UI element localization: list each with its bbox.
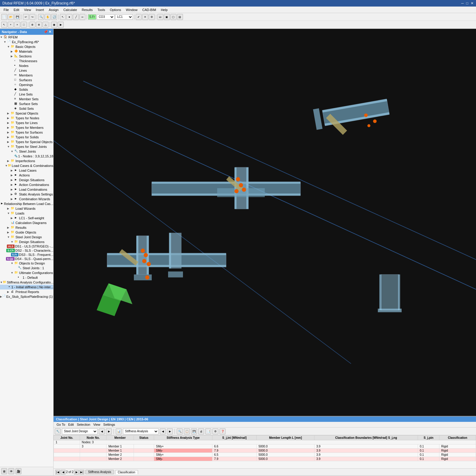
tree-item-typesfornodes[interactable]: ▶ 📁 Types for Nodes: [0, 116, 53, 120]
bp-combo-2[interactable]: Stiffness Analysis: [123, 428, 159, 434]
load-combo-2[interactable]: LC1: [115, 14, 133, 20]
tree-item-typesforsurfaces[interactable]: ▶ 📁 Types for Surfaces: [0, 130, 53, 135]
tree-item-steeljoints[interactable]: ▼ 🔧 Steel Joints: [0, 149, 53, 154]
nav-pin-button[interactable]: 📌: [43, 30, 48, 34]
menu-view[interactable]: View: [22, 8, 34, 12]
bp-icon2[interactable]: 📊: [116, 428, 122, 434]
tree-item-materials[interactable]: ▶ 🔶 Materials: [0, 49, 53, 54]
open-button[interactable]: 📂: [8, 14, 14, 20]
tree-item-members[interactable]: ═ Members: [0, 73, 53, 78]
tree-item-staticsettings[interactable]: ▶ ⚙ Static Analysis Settings: [0, 192, 53, 197]
tb2-btn8[interactable]: ◉: [51, 22, 57, 28]
tree-item-surfacesets[interactable]: ▦ Surface Sets: [0, 101, 53, 106]
tree-item-solidsets[interactable]: ◈ Solid Sets: [0, 106, 53, 111]
bp-tb-btn6[interactable]: ⚙: [212, 428, 218, 434]
bp-prev-button[interactable]: ◀: [99, 428, 105, 434]
tree-item-linesets[interactable]: ╱ Line Sets: [0, 92, 53, 97]
tree-item-ds2[interactable]: S.Ch DS2 - SLS - Characteris...: [0, 248, 53, 253]
settings-button[interactable]: ⚙: [149, 14, 155, 20]
viewfront-button[interactable]: ▣: [164, 14, 170, 20]
tree-item-lc1self[interactable]: ▶ ► LC1 - Self-weight: [0, 216, 53, 220]
bp-menu-settings[interactable]: Settings: [102, 422, 116, 427]
tree-item-file2[interactable]: ▶ 📄 Ex_Stub_SplicePlateBracing (1) (2).r…: [0, 294, 53, 299]
page-first-button[interactable]: |◀: [55, 470, 60, 475]
tree-item-default[interactable]: • 1 - Default: [0, 275, 53, 280]
tree-item-ds3[interactable]: S.Fr DS3 - SLS - Frequent...: [0, 253, 53, 257]
tb2-btn4[interactable]: □: [21, 22, 27, 28]
new-button[interactable]: 📄: [1, 14, 7, 20]
tree-item-combwiz[interactable]: ▶ ► Combination Wizards: [0, 197, 53, 201]
maximize-button[interactable]: □: [466, 1, 468, 5]
tree-item-openings[interactable]: ○ Openings: [0, 82, 53, 87]
bp-prev2-button[interactable]: ◀: [160, 428, 166, 434]
nav-bottom-cam[interactable]: 🎥: [15, 468, 21, 474]
tb2-btn1[interactable]: ↖: [1, 22, 7, 28]
tree-item-actions[interactable]: ▶ ► Actions: [0, 173, 53, 178]
tree-item-loadwiz[interactable]: ▶ 📁 Load Wizards: [0, 206, 53, 211]
menu-assign[interactable]: Assign: [46, 8, 61, 12]
tree-item-loadcomb[interactable]: ▶ ► Load Combinations: [0, 187, 53, 192]
tb2-btn9[interactable]: ▶: [58, 22, 64, 28]
menu-window[interactable]: Window: [123, 8, 140, 12]
tree-item-initialstiff[interactable]: • 1 - Initial stiffness | No inter...: [0, 285, 53, 289]
bp-tb-btn4[interactable]: 🖨: [198, 428, 204, 434]
tree-item-typesforlines[interactable]: ▶ 📁 Types for Lines: [0, 120, 53, 125]
menu-cadbim[interactable]: CAD-BIM: [140, 8, 158, 12]
bp-tb-btn2[interactable]: 📋: [184, 428, 190, 434]
bp-next-button[interactable]: ▶: [106, 428, 112, 434]
page-last-button[interactable]: ▶|: [79, 470, 84, 475]
node-button[interactable]: ●: [66, 14, 72, 20]
viewside-button[interactable]: ▢: [170, 14, 176, 20]
tree-item-ds4[interactable]: S.Qp DS4 - SLS - Quasi-perm...: [0, 257, 53, 261]
load-combo-1[interactable]: CO3: [97, 14, 115, 20]
results-off-button[interactable]: ✕: [142, 14, 148, 20]
tree-item-typesforspecial[interactable]: ▶ 📁 Types for Special Objects: [0, 140, 53, 144]
undo-button[interactable]: ↩: [23, 14, 29, 20]
bp-tb-btn1[interactable]: 🔍: [177, 428, 183, 434]
tree-item-file[interactable]: ▼ 📄 Ex_FlyBracing.rf6*: [0, 40, 53, 44]
tree-item-loads[interactable]: ▼ 📁 Loads: [0, 211, 53, 216]
tree-item-nodes[interactable]: • Nodes: [0, 63, 53, 68]
tree-item-surfaces[interactable]: □ Surfaces: [0, 78, 53, 82]
bp-tb-btn5[interactable]: 📑: [205, 428, 211, 434]
tree-item-sections[interactable]: ▶ 📐 Sections: [0, 54, 53, 59]
results-on-button[interactable]: ✔: [136, 14, 142, 20]
menu-options[interactable]: Options: [107, 8, 123, 12]
tree-item-typesformembers[interactable]: ▶ 📁 Types for Members: [0, 125, 53, 130]
member-button[interactable]: ═: [79, 14, 85, 20]
tab-classification[interactable]: Classification: [115, 470, 138, 474]
bp-tb-btn3[interactable]: 💾: [191, 428, 197, 434]
bp-menu-goto[interactable]: Go To: [55, 422, 66, 427]
tree-item-calcdiag[interactable]: 📊 Calculation Diagrams: [0, 220, 53, 225]
tree-item-typesforsolids[interactable]: ▶ 📁 Types for Solids: [0, 135, 53, 140]
tb2-btn7[interactable]: △: [43, 22, 48, 28]
select-button[interactable]: ↖: [60, 14, 66, 20]
menu-results[interactable]: Results: [79, 8, 95, 12]
zoom-button[interactable]: 🔍: [38, 14, 44, 20]
tree-item-specialobj[interactable]: ▶ 📁 Special Objects: [0, 111, 53, 116]
bp-icon1[interactable]: 🔧: [55, 428, 61, 434]
tree-item-loadcasescomb[interactable]: ▼ 📁 Load Cases & Combinations: [0, 163, 53, 168]
tree-item-guideobj[interactable]: ▶ 📁 Guide Objects: [0, 230, 53, 235]
nav-close-button[interactable]: ✕: [48, 30, 51, 34]
bp-menu-view[interactable]: View: [92, 422, 101, 427]
tree-item-membersets[interactable]: ≡ Member Sets: [0, 97, 53, 101]
save-button[interactable]: 💾: [14, 14, 20, 20]
menu-tools[interactable]: Tools: [95, 8, 107, 12]
tree-item-designsit[interactable]: ▶ ► Design Situations: [0, 178, 53, 182]
tree-item-steeljoints2[interactable]: 🔧 Steel Joints : 1: [0, 266, 53, 270]
view3d-button[interactable]: 🗂: [157, 14, 163, 20]
tree-item-actioncomb[interactable]: ▶ ► Action Combinations: [0, 182, 53, 187]
bp-menu-selection[interactable]: Selection: [76, 422, 91, 427]
close-button[interactable]: ✕: [471, 1, 474, 5]
tree-item-lc[interactable]: ▶ ► Load Cases: [0, 168, 53, 173]
viewtop-button[interactable]: ▤: [177, 14, 183, 20]
tree-item-designsituations2[interactable]: ▼ 📁 Design Situations: [0, 239, 53, 244]
bp-menu-edit[interactable]: Edit: [67, 422, 75, 427]
tree-item-thicknesses[interactable]: ▫ Thicknesses: [0, 59, 53, 63]
tree-item-ds1[interactable]: ULS DS1 - ULS (STR/GEO) -...: [0, 244, 53, 248]
tb2-btn6[interactable]: ⊗: [36, 22, 42, 28]
tree-item-solids[interactable]: ◆ Solids: [0, 87, 53, 92]
nav-bottom-monitor[interactable]: 🖥: [1, 468, 7, 474]
line-button[interactable]: ╱: [73, 14, 79, 20]
